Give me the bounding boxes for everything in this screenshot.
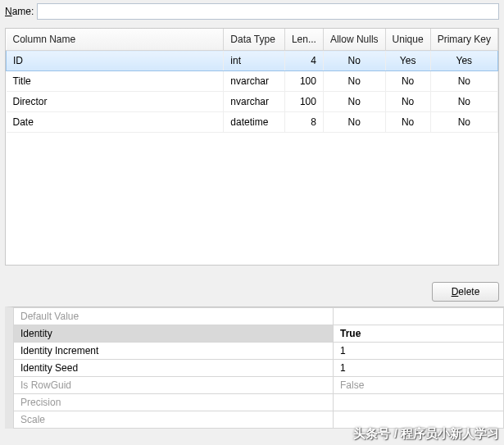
cell-pk[interactable]: Yes bbox=[430, 51, 497, 71]
property-row: Is RowGuidFalse bbox=[14, 377, 504, 394]
cell-unique[interactable]: No bbox=[385, 92, 430, 112]
column-header[interactable]: Primary Key bbox=[430, 29, 497, 51]
property-row[interactable]: IdentityTrue bbox=[14, 325, 504, 343]
cell-nulls[interactable]: No bbox=[323, 51, 385, 71]
delete-button[interactable]: Delete bbox=[432, 282, 499, 302]
name-input[interactable] bbox=[37, 3, 499, 20]
cell-type[interactable]: int bbox=[224, 51, 285, 71]
property-key: Identity Seed bbox=[14, 360, 334, 377]
cell-pk[interactable]: No bbox=[430, 112, 497, 133]
cell-pk[interactable]: No bbox=[430, 92, 497, 112]
table-row[interactable]: Directornvarchar100NoNoNo bbox=[7, 92, 498, 112]
cell-name[interactable]: ID bbox=[7, 51, 224, 71]
cell-unique[interactable]: No bbox=[385, 112, 430, 133]
column-header[interactable]: Unique bbox=[385, 29, 430, 51]
cell-len[interactable]: 100 bbox=[284, 92, 323, 112]
column-header[interactable]: Allow Nulls bbox=[323, 29, 385, 51]
property-key: Is RowGuid bbox=[14, 377, 334, 394]
property-value: False bbox=[334, 377, 504, 394]
property-row: Default Value bbox=[14, 308, 504, 325]
property-value bbox=[334, 308, 504, 325]
cell-type[interactable]: nvarchar bbox=[224, 71, 285, 92]
name-field-row: Name: bbox=[0, 0, 504, 25]
cell-nulls[interactable]: No bbox=[323, 92, 385, 112]
cell-nulls[interactable]: No bbox=[323, 112, 385, 133]
property-grid[interactable]: Default ValueIdentityTrueIdentity Increm… bbox=[5, 307, 504, 429]
property-row: Precision bbox=[14, 394, 504, 411]
cell-name[interactable]: Director bbox=[7, 92, 224, 112]
column-header[interactable]: Data Type bbox=[224, 29, 285, 51]
cell-len[interactable]: 4 bbox=[284, 51, 323, 71]
property-value bbox=[334, 411, 504, 429]
table-row[interactable]: IDint4NoYesYes bbox=[7, 51, 498, 71]
cell-unique[interactable]: Yes bbox=[385, 51, 430, 71]
property-key: Identity bbox=[14, 325, 334, 343]
name-label: Name: bbox=[5, 6, 34, 17]
cell-len[interactable]: 8 bbox=[284, 112, 323, 133]
property-value bbox=[334, 394, 504, 411]
columns-grid[interactable]: Column NameData TypeLen...Allow NullsUni… bbox=[5, 28, 499, 266]
button-row: Delete bbox=[0, 277, 504, 307]
cell-name[interactable]: Title bbox=[7, 71, 224, 92]
column-header[interactable]: Len... bbox=[284, 29, 323, 51]
property-value[interactable]: 1 bbox=[334, 360, 504, 377]
property-value[interactable]: 1 bbox=[334, 343, 504, 360]
cell-type[interactable]: datetime bbox=[224, 112, 285, 133]
table-row[interactable]: Titlenvarchar100NoNoNo bbox=[7, 71, 498, 92]
property-key: Scale bbox=[14, 411, 334, 429]
property-value[interactable]: True bbox=[334, 325, 504, 343]
column-header[interactable]: Column Name bbox=[7, 29, 224, 51]
property-key: Identity Increment bbox=[14, 343, 334, 360]
gap bbox=[0, 269, 504, 277]
cell-unique[interactable]: No bbox=[385, 71, 430, 92]
cell-type[interactable]: nvarchar bbox=[224, 92, 285, 112]
cell-name[interactable]: Date bbox=[7, 112, 224, 133]
property-key: Precision bbox=[14, 394, 334, 411]
cell-len[interactable]: 100 bbox=[284, 71, 323, 92]
property-row: Scale bbox=[14, 411, 504, 429]
property-row[interactable]: Identity Increment1 bbox=[14, 343, 504, 360]
cell-pk[interactable]: No bbox=[430, 71, 497, 92]
cell-nulls[interactable]: No bbox=[323, 71, 385, 92]
table-row[interactable]: Datedatetime8NoNoNo bbox=[7, 112, 498, 133]
property-key: Default Value bbox=[14, 308, 334, 325]
property-row[interactable]: Identity Seed1 bbox=[14, 360, 504, 377]
